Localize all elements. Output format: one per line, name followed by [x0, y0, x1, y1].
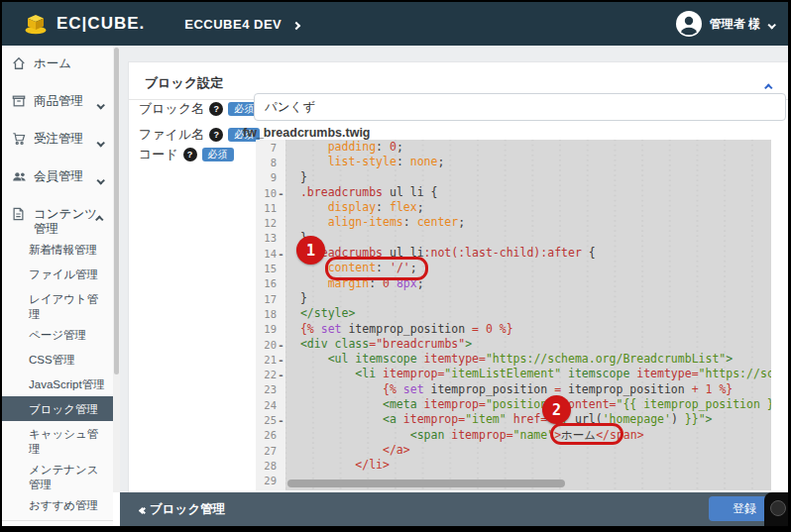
sidebar-item-recommend[interactable]: おすすめ管理: [2, 492, 113, 517]
block-name-label: ブロック名: [139, 100, 204, 118]
avatar-icon: [676, 11, 702, 37]
sidebar-scrollbar-thumb[interactable]: [114, 48, 119, 374]
gutter-line-20: 20-: [256, 337, 285, 352]
gutter-line-17: 17-: [256, 291, 285, 306]
required-badge: 必須: [202, 148, 234, 161]
sidebar-item-layout[interactable]: レイアウト管理: [2, 286, 113, 322]
code-line-7: padding: 0;: [293, 140, 771, 155]
sidebar-item-javascript[interactable]: JavaScript管理: [2, 372, 113, 396]
gutter-line-10: 10-: [256, 185, 285, 200]
user-name: 管理者 様: [710, 16, 760, 33]
site-name[interactable]: ECCUBE4 DEV: [184, 17, 282, 32]
sidebar-item-product[interactable]: 商品管理: [2, 83, 113, 121]
gutter-line-21: 21-: [256, 352, 285, 367]
sidebar-item-label: ホーム: [34, 56, 71, 71]
user-menu[interactable]: 管理者 様: [676, 2, 774, 46]
user-chevron-down-icon: [768, 15, 774, 33]
code-line-25: <a itemprop="item" href="{{ url('homepag…: [293, 412, 771, 427]
sidebar-item-home[interactable]: ホーム: [2, 46, 113, 83]
gutter-line-9: 9-: [256, 170, 285, 185]
help-icon[interactable]: ?: [209, 128, 223, 142]
gutter-line-22: 22-: [256, 367, 285, 381]
gutter-line-29: 29-: [256, 474, 285, 488]
sidebar-item-block[interactable]: ブロック管理: [2, 396, 113, 421]
file-name-value: fw_breadcrumbs.twig: [243, 126, 371, 140]
sidebar-item-content[interactable]: コンテンツ管理: [2, 196, 113, 237]
code-line-22: <li itemprop="itemListElement" itemscope…: [293, 367, 771, 381]
top-header: EC|CUBE. ECCUBE4 DEV 管理者 様: [2, 2, 788, 46]
home-icon: [12, 56, 27, 73]
sidebar-item-setting[interactable]: 設定: [2, 521, 113, 526]
debug-toolbar-corner[interactable]: [764, 492, 788, 526]
annotation-outline-2: [550, 423, 623, 445]
back-to-block-list-link[interactable]: ブロック管理: [140, 501, 225, 518]
gutter-line-12: 12-: [256, 215, 285, 230]
code-line-11: display: flex;: [293, 200, 771, 215]
code-line-10: .breadcrumbs ul li {: [293, 185, 771, 200]
code-editor[interactable]: 7-8-9-10-11-12-13-14-15-16-17-18-19-20-2…: [256, 140, 771, 490]
main-content: ブロック設定 ブロック名 ? 必須 ファイル名 ? 必須 fw_breadcru…: [120, 46, 788, 492]
file-name-label-row: ファイル名 ? 必須: [139, 126, 260, 144]
code-label: コード: [139, 146, 178, 163]
editor-code-area[interactable]: padding: 0; list-style: none; } .breadcr…: [285, 140, 771, 490]
editor-horizontal-scrollbar[interactable]: [287, 479, 565, 487]
gutter-line-18: 18-: [256, 306, 285, 321]
cart-icon: [12, 132, 27, 149]
fold-marker-icon[interactable]: -: [277, 339, 285, 351]
gutter-line-8: 8-: [256, 155, 285, 169]
sidebar-item-label: 会員管理: [34, 169, 83, 184]
sidebar-item-order[interactable]: 受注管理: [2, 121, 113, 159]
code-line-13: }: [293, 231, 771, 246]
sidebar-item-customer[interactable]: 会員管理: [2, 159, 113, 196]
code-line-27: </a>: [293, 443, 771, 458]
sidebar-item-cache[interactable]: キャッシュ管理: [2, 421, 113, 457]
collapse-chevron-up-icon[interactable]: [766, 76, 772, 94]
debug-toolbar-icon: [770, 500, 786, 516]
site-chevron-right-icon[interactable]: [293, 15, 299, 33]
eccube-logo[interactable]: EC|CUBE.: [2, 13, 145, 35]
code-label-row: コード ? 必須: [139, 146, 234, 163]
block-name-label-row: ブロック名 ? 必須: [139, 100, 260, 118]
sidebar-item-maintenance[interactable]: メンテナンス管理: [2, 457, 113, 492]
file-icon: [12, 207, 27, 224]
fold-marker-icon[interactable]: -: [277, 354, 285, 366]
code-line-23: {% set itemprop_position = itemprop_posi…: [293, 382, 771, 397]
page-title: ブロック設定: [145, 74, 223, 92]
help-icon[interactable]: ?: [209, 102, 223, 116]
block-name-input[interactable]: [254, 93, 786, 121]
gutter-line-26: 26-: [256, 428, 285, 443]
sidebar-nav: ホーム商品管理受注管理会員管理コンテンツ管理新着情報管理ファイル管理レイアウト管…: [2, 46, 113, 526]
sidebar-scrollbar[interactable]: [113, 46, 120, 492]
fold-marker-icon[interactable]: -: [277, 369, 285, 380]
code-line-8: list-style: none;: [293, 155, 771, 169]
users-icon: [12, 169, 27, 186]
gutter-line-27: 27-: [256, 443, 285, 458]
gutter-line-14: 14-: [256, 246, 285, 261]
eccube-admin-window: EC|CUBE. ECCUBE4 DEV 管理者 様 ホーム商品管理受注管理会員…: [2, 2, 788, 526]
fold-marker-icon[interactable]: -: [277, 248, 285, 260]
bottom-action-bar: ブロック管理 登録: [120, 492, 788, 526]
eccube-hat-icon: [24, 13, 50, 35]
gutter-line-24: 24-: [256, 397, 285, 412]
code-line-28: </li>: [293, 458, 771, 473]
code-line-19: {% set itemprop_position = 0 %}: [293, 322, 771, 337]
sidebar-item-page[interactable]: ページ管理: [2, 322, 113, 347]
box-icon: [12, 94, 27, 111]
fold-marker-icon[interactable]: -: [277, 414, 285, 426]
sidebar-item-file[interactable]: ファイル管理: [2, 262, 113, 286]
code-line-9: }: [293, 170, 771, 185]
gutter-line-11: 11-: [256, 200, 285, 215]
editor-gutter: 7-8-9-10-11-12-13-14-15-16-17-18-19-20-2…: [256, 140, 285, 490]
gutter-line-13: 13-: [256, 231, 285, 246]
help-icon[interactable]: ?: [183, 148, 197, 161]
code-line-12: align-items: center;: [293, 215, 771, 230]
fold-marker-icon[interactable]: -: [277, 187, 285, 199]
code-line-21: <ul itemscope itemtype="https://schema.o…: [293, 352, 771, 367]
browser-window-frame: EC|CUBE. ECCUBE4 DEV 管理者 様 ホーム商品管理受注管理会員…: [0, 0, 791, 532]
gutter-line-19: 19-: [256, 322, 285, 337]
code-line-18: </style>: [293, 306, 771, 321]
sidebar-item-css[interactable]: CSS管理: [2, 347, 113, 372]
annotation-circle-2: 2: [542, 395, 571, 424]
gutter-line-23: 23-: [256, 382, 285, 397]
sidebar-item-news[interactable]: 新着情報管理: [2, 237, 113, 262]
